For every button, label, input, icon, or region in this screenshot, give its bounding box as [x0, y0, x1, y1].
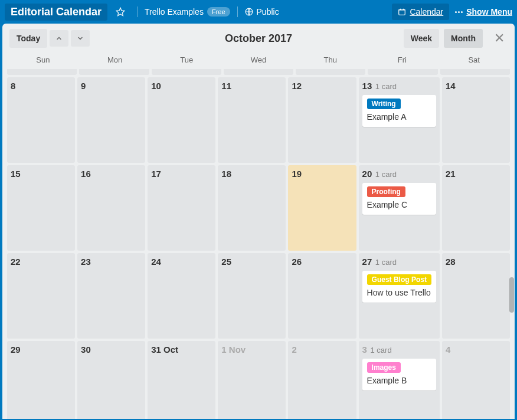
visibility-label: Public — [257, 7, 279, 17]
calendar-day-cell[interactable]: 3 1 cardImagesExample B — [359, 341, 440, 419]
dow-label: Thu — [295, 53, 367, 67]
day-number: 26 — [292, 257, 302, 267]
calendar-grid: 8910111213 1 cardWritingExample A1415161… — [7, 77, 510, 419]
card-tag: Guest Blog Post — [367, 274, 431, 285]
dow-label: Wed — [222, 53, 295, 67]
calendar-day-cell[interactable]: 22 — [7, 253, 75, 339]
calendar-day-cell[interactable]: 4 — [442, 341, 510, 419]
calendar-day-cell[interactable]: 14 — [442, 77, 510, 163]
card-title: How to use Trello — [367, 287, 431, 298]
card-count: 1 card — [368, 346, 392, 355]
calendar-card[interactable]: WritingExample A — [362, 95, 436, 127]
calendar-day-cell[interactable]: 30 — [77, 341, 145, 419]
dow-label: Sat — [438, 53, 510, 67]
day-number: 23 — [81, 257, 91, 267]
calendar-card[interactable]: ProofingExample C — [362, 183, 436, 215]
calendar-day-cell[interactable]: 15 — [7, 165, 75, 251]
calendar-day-cell[interactable]: 12 — [288, 77, 356, 163]
calendar-day-cell[interactable]: 2 — [288, 341, 356, 419]
day-number: 29 — [11, 344, 21, 355]
dow-label: Tue — [150, 53, 222, 67]
calendar-day-cell[interactable]: 16 — [77, 165, 145, 251]
dow-label: Fri — [367, 53, 439, 67]
day-number: 9 — [81, 81, 86, 91]
calendar-day-cell[interactable]: 28 — [442, 253, 510, 339]
card-tag: Proofing — [367, 186, 405, 197]
more-menu-button[interactable] — [455, 11, 463, 13]
calendar-day-cell[interactable]: 24 — [148, 253, 215, 339]
calendar-grid-scroll[interactable]: 8910111213 1 cardWritingExample A1415161… — [2, 69, 515, 419]
calendar-day-cell[interactable]: 18 — [218, 165, 286, 251]
calendar-day-cell[interactable]: 27 1 cardGuest Blog PostHow to use Trell… — [359, 253, 440, 339]
day-number: 28 — [446, 257, 456, 267]
prev-button[interactable] — [50, 30, 68, 47]
calendar-day-cell[interactable]: 9 — [77, 77, 145, 163]
calendar-day-cell[interactable]: 31 Oct — [148, 341, 215, 419]
day-number: 24 — [151, 257, 161, 267]
day-number: 1 Nov — [221, 344, 246, 355]
day-number: 20 — [362, 169, 372, 179]
calendar-day-cell[interactable]: 26 — [288, 253, 356, 339]
calendar-day-cell[interactable]: 1 Nov — [218, 341, 286, 419]
svg-marker-0 — [116, 8, 124, 15]
dots-icon — [455, 11, 457, 13]
day-number: 19 — [292, 169, 302, 179]
star-icon — [116, 7, 125, 17]
close-button[interactable]: ✕ — [491, 30, 508, 47]
day-number: 31 Oct — [151, 344, 178, 355]
chevron-up-icon — [55, 35, 63, 42]
calendar-card[interactable]: Guest Blog PostHow to use Trello — [362, 271, 436, 303]
day-of-week-row: Sun Mon Tue Wed Thu Fri Sat — [2, 53, 515, 69]
calendar-day-cell[interactable]: 13 1 cardWritingExample A — [359, 77, 440, 163]
month-view-button[interactable]: Month — [444, 29, 483, 48]
calendar-panel: Today October 2017 Week Month ✕ Sun Mon … — [2, 24, 515, 419]
calendar-day-cell[interactable]: 21 — [442, 165, 510, 251]
day-number: 11 — [221, 81, 231, 91]
star-button[interactable] — [111, 2, 130, 21]
calendar-day-cell[interactable]: 23 — [77, 253, 145, 339]
calendar-day-cell[interactable]: 25 — [218, 253, 286, 339]
calendar-day-cell[interactable]: 11 — [218, 77, 286, 163]
day-number: 25 — [221, 257, 231, 267]
calendar-day-cell[interactable]: 29 — [7, 341, 75, 419]
show-menu-button[interactable]: Show Menu — [466, 7, 512, 17]
card-title: Example A — [367, 111, 431, 122]
plan-badge: Free — [207, 7, 230, 17]
day-number: 2 — [292, 344, 296, 355]
scrollbar[interactable] — [509, 277, 514, 313]
day-number: 3 — [362, 344, 367, 355]
card-count: 1 card — [373, 82, 397, 91]
calendar-toolbar: Today October 2017 Week Month ✕ — [2, 24, 515, 53]
calendar-day-cell[interactable]: 10 — [148, 77, 215, 163]
day-number: 30 — [81, 344, 91, 355]
card-title: Example B — [367, 375, 431, 386]
day-number: 16 — [81, 169, 91, 179]
chevron-down-icon — [77, 35, 84, 42]
calendar-day-cell[interactable]: 17 — [148, 165, 215, 251]
week-view-button[interactable]: Week — [404, 29, 439, 48]
visibility-button[interactable]: Public — [245, 7, 279, 17]
day-number: 27 — [362, 257, 372, 267]
day-number: 22 — [11, 257, 21, 267]
day-number: 10 — [151, 81, 161, 91]
team-name[interactable]: Trello Examples — [145, 7, 204, 17]
board-title[interactable]: Editorial Calendar — [5, 4, 107, 21]
calendar-day-cell[interactable]: 20 1 cardProofingExample C — [359, 165, 440, 251]
prev-week-stub — [7, 69, 510, 75]
day-number: 18 — [221, 169, 231, 179]
day-number: 15 — [11, 169, 21, 179]
calendar-icon — [398, 8, 406, 16]
today-button[interactable]: Today — [9, 29, 47, 48]
day-number: 12 — [292, 81, 302, 91]
day-number: 21 — [446, 169, 456, 179]
day-number: 17 — [151, 169, 161, 179]
calendar-view-label: Calendar — [410, 7, 443, 17]
svg-rect-2 — [399, 9, 405, 15]
calendar-day-cell[interactable]: 8 — [7, 77, 75, 163]
next-button[interactable] — [71, 30, 90, 47]
day-number: 8 — [11, 81, 15, 91]
calendar-day-cell[interactable]: 19 — [288, 165, 356, 251]
board-header: Editorial Calendar Trello Examples Free … — [0, 0, 517, 24]
calendar-view-button[interactable]: Calendar — [392, 4, 449, 20]
calendar-card[interactable]: ImagesExample B — [362, 359, 436, 391]
